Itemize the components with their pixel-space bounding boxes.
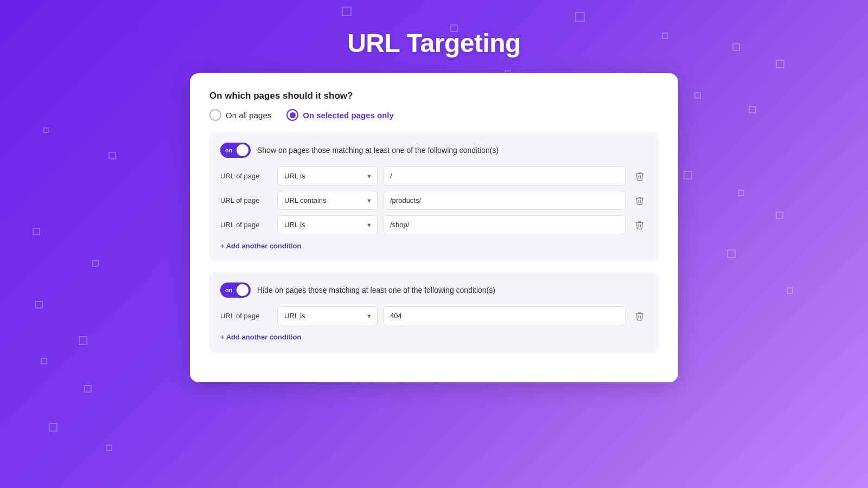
show-condition-row-3: URL of page URL is URL contains URL star… xyxy=(220,215,648,234)
show-section: on Show on pages those matching at least… xyxy=(209,132,659,262)
question-label: On which pages should it show? xyxy=(209,91,659,101)
show-condition-row-1: URL of page URL is URL contains URL star… xyxy=(220,166,648,185)
show-cond3-operator-select[interactable]: URL is URL contains URL starts with URL … xyxy=(277,215,378,234)
trash-icon xyxy=(635,171,644,181)
show-cond2-select-wrapper: URL is URL contains URL starts with URL … xyxy=(277,191,378,210)
show-cond2-field-label: URL of page xyxy=(220,196,272,204)
hide-section-desc: Hide on pages those matching at least on… xyxy=(257,286,495,294)
hide-condition-row-1: URL of page URL is URL contains URL star… xyxy=(220,306,648,325)
radio-all-pages[interactable]: On all pages xyxy=(209,109,271,121)
show-cond1-operator-select[interactable]: URL is URL contains URL starts with URL … xyxy=(277,166,378,185)
show-cond3-value-input[interactable] xyxy=(383,215,626,234)
show-section-header: on Show on pages those matching at least… xyxy=(220,143,648,158)
radio-selected-pages[interactable]: On selected pages only xyxy=(286,109,394,121)
hide-cond1-select-wrapper: URL is URL contains URL starts with URL … xyxy=(277,306,378,325)
hide-cond1-operator-select[interactable]: URL is URL contains URL starts with URL … xyxy=(277,306,378,325)
trash-icon-2 xyxy=(635,196,644,206)
radio-label-selected: On selected pages only xyxy=(303,111,394,120)
show-add-condition-button[interactable]: + Add another condition xyxy=(220,240,301,252)
show-cond1-select-wrapper: URL is URL contains URL starts with URL … xyxy=(277,166,378,185)
hide-add-condition-button[interactable]: + Add another condition xyxy=(220,331,301,343)
hide-section-header: on Hide on pages those matching at least… xyxy=(220,282,648,298)
hide-cond1-value-input[interactable] xyxy=(383,306,626,325)
show-cond2-operator-select[interactable]: URL is URL contains URL starts with URL … xyxy=(277,191,378,210)
show-condition-row-2: URL of page URL is URL contains URL star… xyxy=(220,191,648,210)
show-cond3-select-wrapper: URL is URL contains URL starts with URL … xyxy=(277,215,378,234)
show-cond2-delete-button[interactable] xyxy=(631,194,648,208)
radio-label-all: On all pages xyxy=(226,111,271,120)
hide-section: on Hide on pages those matching at least… xyxy=(209,272,659,353)
hide-toggle-label: on xyxy=(225,287,232,293)
radio-circle-all xyxy=(209,109,221,121)
hide-toggle-knob xyxy=(237,284,248,296)
hide-toggle[interactable]: on xyxy=(220,282,251,298)
show-section-desc: Show on pages those matching at least on… xyxy=(257,146,499,155)
trash-icon-3 xyxy=(635,220,644,230)
show-toggle[interactable]: on xyxy=(220,143,251,158)
show-toggle-label: on xyxy=(225,147,232,153)
show-cond3-delete-button[interactable] xyxy=(631,218,648,232)
show-toggle-knob xyxy=(237,144,248,156)
show-cond1-field-label: URL of page xyxy=(220,172,272,180)
show-cond1-value-input[interactable] xyxy=(383,166,626,185)
page-selection-radio-group: On all pages On selected pages only xyxy=(209,109,659,121)
show-cond1-delete-button[interactable] xyxy=(631,169,648,183)
hide-cond1-field-label: URL of page xyxy=(220,312,272,320)
show-cond3-field-label: URL of page xyxy=(220,221,272,229)
trash-icon-4 xyxy=(635,311,644,321)
hide-cond1-delete-button[interactable] xyxy=(631,309,648,323)
page-title: URL Targeting xyxy=(347,28,521,58)
radio-circle-selected xyxy=(286,109,298,121)
show-cond2-value-input[interactable] xyxy=(383,191,626,210)
url-targeting-card: On which pages should it show? On all pa… xyxy=(190,73,678,382)
